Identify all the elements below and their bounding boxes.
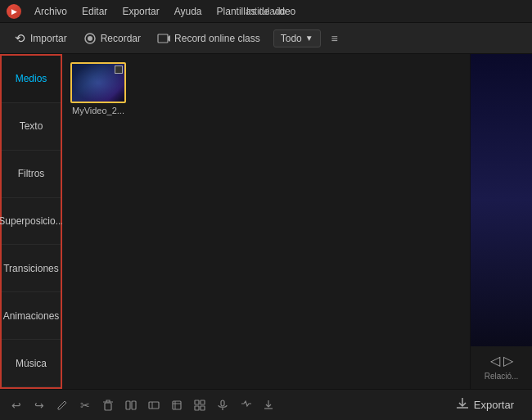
record-button[interactable]: Recordar: [77, 29, 147, 48]
voice-button[interactable]: [236, 395, 255, 415]
ratio-controls: ◁ ▷: [490, 353, 513, 368]
merge-button[interactable]: [144, 395, 164, 415]
bottom-tools-left: ↩ ↪ ✂: [7, 395, 278, 415]
grid-button[interactable]: [190, 395, 210, 415]
cut-button[interactable]: ✂: [75, 395, 95, 415]
list-item[interactable]: MyVideo_2...: [70, 62, 126, 115]
redo-button[interactable]: ↪: [29, 395, 49, 415]
svg-rect-8: [173, 401, 181, 409]
chevron-down-icon: ▼: [305, 34, 313, 43]
app-title: Intitulado: [246, 6, 286, 17]
title-bar: ▶ Archivo Editar Exportar Ayuda Plantill…: [0, 0, 532, 23]
media-grid: MyVideo_2...: [70, 62, 462, 115]
svg-rect-6: [149, 402, 159, 409]
preview-background: [471, 54, 532, 346]
main-toolbar: ⟲ Importar Recordar Record online class …: [0, 23, 532, 54]
import-icon: ⟲: [13, 32, 26, 45]
right-panel: ◁ ▷ Relació...: [470, 54, 532, 389]
thumb-corner: [115, 65, 123, 74]
sidebar-item-filtros[interactable]: Filtros: [2, 151, 61, 198]
svg-point-1: [88, 36, 92, 41]
menu-editar[interactable]: Editar: [75, 4, 114, 19]
media-filename: MyVideo_2...: [72, 106, 124, 115]
record-online-button[interactable]: Record online class: [151, 29, 267, 48]
svg-rect-4: [126, 401, 130, 409]
import-button[interactable]: ⟲ Importar: [7, 29, 74, 48]
ratio-label: Relació...: [485, 372, 519, 381]
delete-button[interactable]: [98, 395, 118, 415]
svg-rect-15: [221, 400, 224, 406]
record-icon: [83, 32, 97, 45]
record-online-icon: [157, 32, 170, 45]
svg-rect-14: [201, 406, 205, 410]
edit-button[interactable]: [52, 395, 72, 415]
media-thumbnail: [70, 62, 126, 103]
svg-rect-5: [132, 401, 136, 409]
export-button[interactable]: Exportar: [444, 393, 525, 418]
undo-button[interactable]: ↩: [7, 395, 26, 415]
rewind-icon[interactable]: ◁: [490, 353, 500, 368]
forward-icon[interactable]: ▷: [503, 353, 513, 368]
export-icon: [455, 396, 470, 414]
sidebar: Medios Texto Filtros Superposicio... Tra…: [0, 54, 62, 389]
sidebar-item-texto[interactable]: Texto: [2, 103, 61, 151]
export-small-button[interactable]: [259, 395, 278, 415]
audio-button[interactable]: [213, 395, 232, 415]
app-icon: ▶: [7, 4, 21, 19]
sidebar-item-animaciones[interactable]: Animaciones: [2, 292, 61, 340]
svg-rect-13: [195, 406, 199, 410]
svg-rect-3: [105, 403, 111, 410]
svg-rect-11: [195, 400, 199, 404]
dropdown-label: Todo: [281, 33, 302, 44]
split-button[interactable]: [121, 395, 141, 415]
import-label: Importar: [30, 33, 67, 44]
svg-rect-12: [201, 400, 205, 404]
export-label: Exportar: [474, 399, 514, 411]
menu-archivo[interactable]: Archivo: [28, 4, 74, 19]
list-view-button[interactable]: ≡: [326, 29, 344, 47]
sidebar-item-superposicion[interactable]: Superposicio...: [2, 198, 61, 246]
bottom-toolbar: ↩ ↪ ✂ Export: [0, 389, 532, 420]
sidebar-item-medios[interactable]: Medios: [2, 56, 61, 103]
menu-exportar[interactable]: Exportar: [115, 4, 165, 19]
menu-ayuda[interactable]: Ayuda: [168, 4, 209, 19]
record-online-label: Record online class: [174, 33, 260, 44]
sidebar-item-transiciones[interactable]: Transiciones: [2, 245, 61, 292]
filter-dropdown[interactable]: Todo ▼: [273, 29, 321, 47]
content-panel: MyVideo_2...: [62, 54, 470, 389]
svg-rect-2: [158, 34, 168, 43]
crop-button[interactable]: [167, 395, 187, 415]
main-area: Medios Texto Filtros Superposicio... Tra…: [0, 54, 532, 389]
sidebar-item-musica[interactable]: Música: [2, 340, 61, 387]
record-label: Recordar: [101, 33, 141, 44]
